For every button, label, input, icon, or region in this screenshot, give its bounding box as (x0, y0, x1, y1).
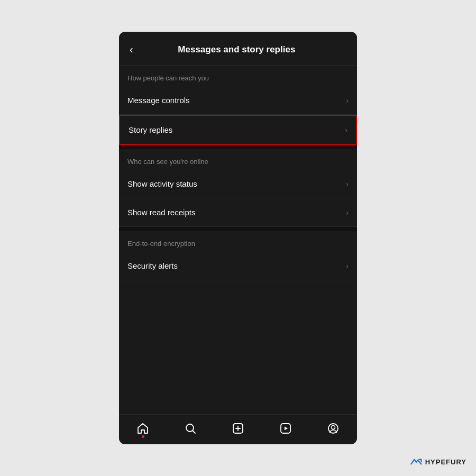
bottom-nav (119, 414, 357, 444)
chevron-right-icon: › (345, 126, 347, 134)
phone-container: ‹ Messages and story replies How people … (119, 32, 357, 444)
section-label-encryption: End-to-end encryption (119, 231, 357, 252)
back-button[interactable]: ‹ (127, 41, 135, 58)
header: ‹ Messages and story replies (119, 32, 357, 66)
nav-notification-dot (142, 435, 144, 438)
menu-item-message-controls[interactable]: Message controls › (119, 86, 357, 115)
menu-item-label: Show activity status (127, 179, 197, 188)
menu-item-story-replies[interactable]: Story replies › (119, 115, 357, 145)
nav-item-reels[interactable] (273, 420, 298, 437)
chevron-right-icon: › (346, 208, 349, 217)
home-icon (136, 422, 149, 435)
profile-icon (327, 422, 340, 435)
section-divider (119, 145, 357, 149)
nav-item-search[interactable] (178, 420, 203, 437)
menu-item-security-alerts[interactable]: Security alerts › (119, 252, 357, 280)
menu-item-show-read-receipts[interactable]: Show read receipts › (119, 198, 357, 227)
menu-item-show-activity-status[interactable]: Show activity status › (119, 170, 357, 198)
svg-point-4 (332, 426, 335, 429)
page-title: Messages and story replies (142, 44, 332, 55)
menu-item-label: Show read receipts (127, 208, 195, 217)
watermark: HYPEFURY (410, 457, 466, 466)
chevron-right-icon: › (346, 262, 349, 270)
chevron-right-icon: › (346, 180, 349, 188)
nav-item-profile[interactable] (321, 420, 346, 437)
reels-icon (279, 422, 292, 435)
section-label-reach: How people can reach you (119, 66, 357, 86)
menu-item-label: Story replies (129, 125, 172, 134)
nav-item-create[interactable] (225, 420, 251, 437)
watermark-label: HYPEFURY (425, 458, 466, 466)
section-divider (119, 227, 357, 231)
create-icon (232, 422, 244, 435)
menu-item-label: Message controls (127, 96, 190, 105)
chevron-right-icon: › (346, 96, 349, 105)
search-icon (184, 422, 197, 435)
hypefury-logo (410, 457, 422, 466)
nav-item-home[interactable] (130, 420, 155, 437)
content-area: How people can reach you Message control… (119, 66, 357, 414)
menu-item-label: Security alerts (127, 261, 178, 270)
section-label-online: Who can see you're online (119, 149, 357, 170)
